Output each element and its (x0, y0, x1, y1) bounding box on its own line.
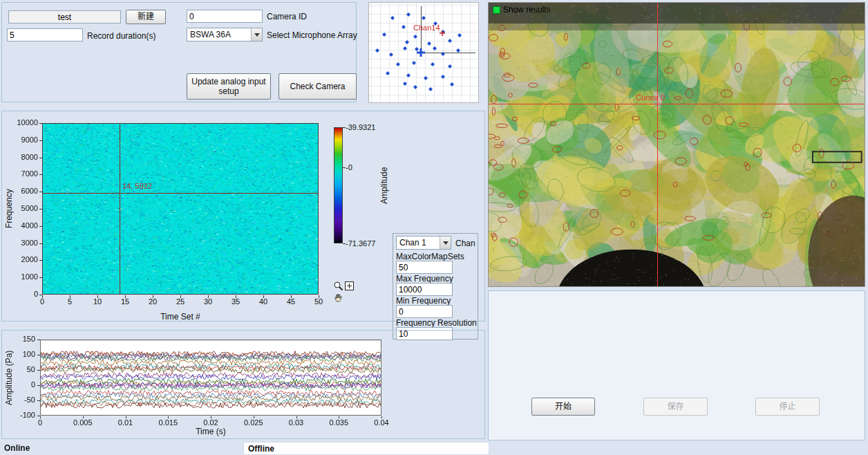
waveform-xlabel: Time (s) (40, 427, 381, 436)
axis-tick-label: 10000 (3, 118, 38, 127)
axis-tick-mark (39, 140, 42, 141)
camera-cursor-vline[interactable] (657, 3, 658, 286)
axis-tick-label: 35 (227, 297, 244, 306)
axis-tick-mark (42, 295, 43, 298)
zoom-icon[interactable] (333, 281, 343, 291)
acquisition-settings-panel: 新建 Camera ID Record duration(s) BSWA 36A… (1, 2, 357, 102)
axis-tick-mark (40, 416, 41, 418)
camera-id-label: Camera ID (267, 12, 307, 21)
axis-tick-mark (381, 416, 382, 418)
axis-tick-label: 0.02 (200, 418, 222, 427)
frequency-resolution-label: Frequency Resolution (396, 318, 477, 328)
axis-tick-mark (39, 123, 42, 124)
axis-tick-label: 4000 (3, 221, 38, 230)
max-frequency-label: Max Frequency (396, 274, 453, 284)
axis-tick-label: 9000 (3, 136, 38, 144)
axis-tick-mark (37, 370, 40, 371)
spectrogram-plot[interactable]: 14, 5932 (42, 123, 319, 295)
chevron-down-icon[interactable] (251, 28, 262, 41)
axis-tick-label: 25 (172, 297, 189, 306)
axis-tick-label: 100 (5, 350, 35, 358)
pan-hand-icon[interactable] (334, 292, 344, 303)
axis-tick-label: 0.03 (285, 418, 308, 427)
save-button[interactable]: 保存 (643, 398, 708, 416)
axis-tick-mark (339, 416, 339, 418)
axis-tick-label: 5 (62, 297, 78, 306)
axis-tick-mark (39, 174, 42, 175)
axis-tick-mark (211, 416, 211, 418)
acoustic-camera-view: Cursor 0 Show results (488, 2, 865, 287)
spectrogram-cursor-vline[interactable] (120, 124, 120, 294)
axis-tick-mark (236, 295, 236, 298)
new-button[interactable]: 新建 (126, 10, 166, 24)
record-duration-input[interactable] (7, 28, 83, 41)
capture-actions-panel: 开始 保存 停止 (488, 290, 865, 440)
online-status-label: Online (4, 443, 30, 453)
axis-tick-mark (254, 416, 254, 418)
camera-cursor-hline[interactable] (489, 104, 865, 104)
microphone-array-label: Select Microphone Array (267, 30, 357, 40)
axis-tick-label: 0.025 (243, 418, 265, 427)
axis-tick-label: 5000 (3, 204, 38, 212)
axis-tick-label: 0 (34, 297, 50, 306)
min-frequency-input[interactable] (396, 305, 453, 318)
channel-select-value: Chan 1 (399, 238, 426, 248)
channel-select[interactable]: Chan 1 (396, 236, 451, 250)
spectrogram-canvas (43, 124, 318, 294)
axis-tick-mark (343, 167, 346, 168)
axis-tick-mark (153, 295, 153, 298)
axis-tick-mark (39, 192, 42, 192)
axis-tick-label: 45 (283, 297, 299, 306)
time-waveform-panel: Amplitude (Pa) Time (s) 150100500-50-100… (1, 330, 485, 439)
axis-tick-label: 0.015 (157, 418, 179, 427)
start-button[interactable]: 开始 (531, 398, 595, 416)
zoom-in-icon[interactable] (345, 281, 355, 292)
axis-tick-label: 0.005 (72, 418, 94, 427)
update-analog-input-button[interactable]: Update analog input setup (187, 73, 271, 100)
show-results-checkbox[interactable]: Show results (493, 5, 551, 15)
axis-tick-label: 0.04 (370, 418, 393, 427)
camera-image[interactable] (489, 3, 865, 286)
spectrogram-cursor-label: 14, 5932 (122, 182, 152, 190)
axis-tick-mark (180, 295, 181, 298)
microphone-array-select[interactable]: BSWA 36A (187, 28, 263, 41)
spectrogram-controls-box: Chan 1 Chan MaxColorMapSets Max Frequenc… (393, 233, 478, 340)
mic-array-geometry-panel: Chan14 (368, 2, 479, 103)
axis-tick-label: 0 (3, 290, 38, 298)
max-colormap-label: MaxColorMapSets (396, 252, 464, 261)
microphone-array-value: BSWA 36A (190, 30, 231, 39)
show-results-label: Show results (503, 5, 551, 15)
axis-tick-mark (39, 226, 42, 227)
chevron-down-icon[interactable] (440, 236, 451, 249)
checkbox-on-icon[interactable] (493, 6, 500, 14)
axis-tick-mark (39, 209, 42, 210)
axis-tick-label: 1000 (3, 272, 38, 281)
offline-status-bar: Offline (243, 442, 489, 455)
axis-tick-mark (343, 243, 346, 244)
stop-button[interactable]: 停止 (755, 398, 820, 416)
min-frequency-label: Min Frequency (396, 296, 451, 306)
axis-tick-mark (39, 277, 42, 278)
axis-tick-mark (37, 385, 40, 386)
axis-tick-label: 7000 (3, 169, 38, 178)
axis-tick-mark (126, 416, 126, 418)
axis-tick-label: -71.3677 (346, 239, 381, 248)
axis-tick-label: 10 (89, 297, 106, 306)
axis-tick-mark (37, 340, 40, 340)
axis-tick-label: 30 (200, 297, 216, 306)
check-camera-button[interactable]: Check Camera (279, 73, 357, 100)
max-frequency-input[interactable] (396, 283, 453, 296)
axis-tick-label: -50 (5, 396, 35, 404)
axis-tick-mark (296, 416, 297, 418)
camera-id-input[interactable] (187, 10, 263, 23)
channel-label: Chan (455, 239, 475, 248)
spectrogram-cursor-hline[interactable] (43, 193, 318, 194)
axis-tick-mark (37, 400, 40, 401)
axis-tick-label: -39.9321 (346, 123, 381, 131)
waveform-canvas (41, 340, 381, 415)
axis-tick-label: 40 (255, 297, 272, 306)
axis-tick-mark (168, 416, 169, 418)
mic-array-plot (369, 3, 478, 102)
max-colormap-input[interactable] (396, 261, 453, 274)
profile-name-input[interactable] (8, 10, 121, 24)
